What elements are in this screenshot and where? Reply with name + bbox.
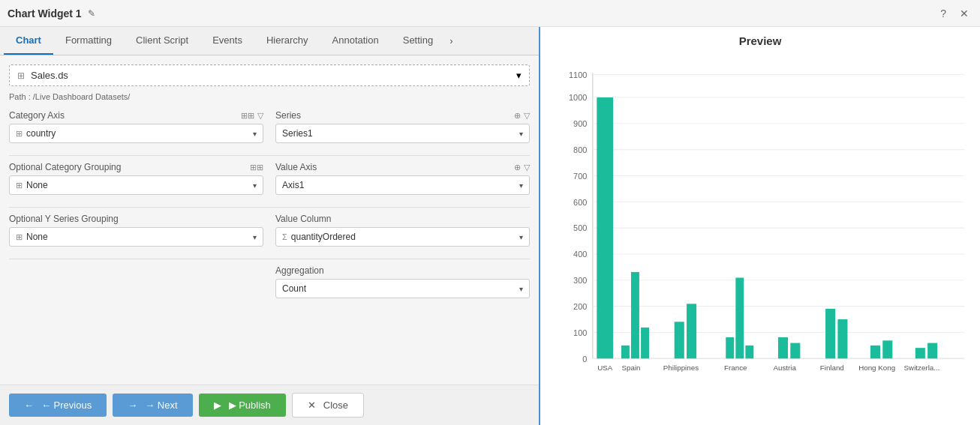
category-axis-field-icon: ⊞ [16, 129, 23, 139]
bar-chart: 0 100 200 300 400 500 [548, 55, 972, 418]
tab-client-script[interactable]: Client Script [124, 27, 200, 55]
bar-france-3[interactable] [745, 346, 753, 358]
tab-chart[interactable]: Chart [4, 27, 53, 55]
optional-category-select[interactable]: ⊞ None ▾ [9, 175, 263, 195]
svg-text:100: 100 [573, 328, 587, 337]
optional-y-series-field-icon: ⊞ [16, 232, 23, 242]
value-axis-label: Value Axis [275, 162, 317, 172]
axis-series-grid: Category Axis ⊞⊞ ▽ ⊞ country ▾ [9, 110, 530, 143]
prev-arrow-icon: ← [24, 400, 34, 411]
bar-france-1[interactable] [726, 337, 734, 358]
svg-text:900: 900 [573, 119, 587, 128]
content-area: Chart Formatting Client Script Events Hi… [0, 27, 980, 425]
optional-category-group: Optional Category Grouping ⊞⊞ ⊞ None ▾ [9, 162, 263, 195]
category-axis-chevron: ▾ [253, 130, 257, 138]
optional-category-label: Optional Category Grouping [9, 162, 121, 172]
value-axis-filter-icon[interactable]: ▽ [524, 163, 530, 172]
panel-body: ⊞ Sales.ds ▾ Path : /Live Dashboard Data… [0, 55, 539, 385]
optional-category-value: None [26, 180, 48, 190]
tabs-more-button[interactable]: › [445, 29, 457, 52]
series-chevron: ▾ [519, 130, 523, 138]
dataset-chevron: ▾ [516, 70, 522, 81]
bar-finland-1[interactable] [825, 309, 835, 358]
svg-text:Switzerla...: Switzerla... [904, 364, 940, 372]
tab-events[interactable]: Events [200, 27, 254, 55]
tab-formatting[interactable]: Formatting [53, 27, 124, 55]
left-panel: Chart Formatting Client Script Events Hi… [0, 27, 540, 425]
value-axis-group: Value Axis ⊕ ▽ Axis1 ▾ [275, 162, 530, 195]
svg-text:1100: 1100 [569, 70, 587, 79]
bar-austria-2[interactable] [790, 343, 800, 359]
close-button[interactable]: ✕ [956, 6, 972, 21]
close-label: Close [323, 400, 348, 411]
publish-button[interactable]: ▶ ▶ Publish [199, 394, 286, 417]
series-filter-icon[interactable]: ▽ [524, 111, 530, 121]
close-x-icon: ✕ [308, 400, 316, 411]
bar-hk-1[interactable] [870, 346, 880, 358]
value-axis-select[interactable]: Axis1 ▾ [275, 175, 530, 195]
next-button[interactable]: → → Next [113, 394, 192, 417]
bar-france-2[interactable] [735, 278, 744, 359]
aggregation-value: Count [282, 283, 306, 294]
value-axis-chevron: ▾ [519, 181, 523, 190]
bar-switz-1[interactable] [915, 348, 925, 358]
series-add-icon[interactable]: ⊕ [514, 111, 521, 121]
previous-button[interactable]: ← ← Previous [9, 394, 107, 417]
preview-panel: Preview 0 100 200 [540, 27, 980, 425]
value-axis-add-icon[interactable]: ⊕ [514, 163, 521, 172]
aggregation-label: Aggregation [275, 265, 324, 276]
series-select[interactable]: Series1 ▾ [275, 124, 530, 143]
bar-usa[interactable] [597, 97, 613, 358]
aggregation-chevron: ▾ [519, 285, 523, 293]
value-column-group: Value Column Σ quantityOrdered ▾ [275, 214, 530, 247]
value-column-field-icon: Σ [282, 232, 287, 241]
svg-text:300: 300 [573, 276, 587, 285]
tab-settings[interactable]: Setting [391, 27, 445, 55]
edit-icon[interactable]: ✎ [88, 8, 95, 19]
value-column-label: Value Column [275, 214, 331, 224]
category-axis-filter-icon[interactable]: ▽ [257, 111, 263, 121]
optional-y-series-chevron: ▾ [253, 233, 257, 241]
series-group: Series ⊕ ▽ Series1 ▾ [275, 110, 530, 143]
tab-hierarchy[interactable]: Hierarchy [254, 27, 320, 55]
divider-3 [9, 259, 530, 259]
bar-austria-1[interactable] [778, 337, 788, 358]
optional-category-grid: Optional Category Grouping ⊞⊞ ⊞ None ▾ [9, 162, 530, 195]
aggregation-group: Aggregation Count ▾ [275, 265, 530, 298]
svg-text:400: 400 [573, 250, 587, 259]
value-column-chevron: ▾ [519, 233, 523, 241]
bar-ph-2[interactable] [687, 304, 696, 358]
bar-hk-2[interactable] [882, 340, 892, 358]
category-axis-select[interactable]: ⊞ country ▾ [9, 124, 263, 143]
category-axis-value: country [26, 128, 56, 139]
bar-spain-1[interactable] [621, 346, 630, 358]
divider-2 [9, 207, 530, 208]
help-button[interactable]: ? [936, 6, 950, 21]
bar-spain-3[interactable] [641, 328, 649, 358]
main-container: Chart Widget 1 ✎ ? ✕ Chart Formatting Cl… [0, 0, 980, 425]
aggregation-select[interactable]: Count ▾ [275, 279, 530, 298]
value-column-select[interactable]: Σ quantityOrdered ▾ [275, 227, 530, 247]
dataset-path: Path : /Live Dashboard Datasets/ [9, 92, 530, 101]
optional-y-series-select[interactable]: ⊞ None ▾ [9, 227, 263, 247]
svg-text:0: 0 [582, 355, 587, 364]
category-axis-group-icon[interactable]: ⊞⊞ [241, 111, 254, 121]
svg-text:France: France [724, 364, 747, 372]
svg-text:700: 700 [573, 172, 587, 181]
divider-1 [9, 155, 530, 156]
tab-annotation[interactable]: Annotation [320, 27, 391, 55]
value-column-value: quantityOrdered [291, 232, 356, 242]
next-arrow-icon: → [128, 400, 137, 411]
svg-text:Finland: Finland [820, 364, 844, 372]
bar-spain-2[interactable] [631, 272, 639, 358]
dataset-icon: ⊞ [17, 70, 25, 81]
bar-ph-1[interactable] [675, 322, 684, 358]
dataset-selector[interactable]: ⊞ Sales.ds ▾ [9, 64, 530, 86]
bar-finland-2[interactable] [837, 319, 847, 358]
bar-switz-2[interactable] [927, 343, 937, 359]
optional-category-icon[interactable]: ⊞⊞ [250, 163, 263, 172]
aggregation-section: Aggregation Count ▾ [9, 265, 530, 298]
close-widget-button[interactable]: ✕ Close [292, 393, 364, 418]
svg-text:600: 600 [573, 198, 587, 207]
publish-label: ▶ Publish [229, 400, 271, 411]
